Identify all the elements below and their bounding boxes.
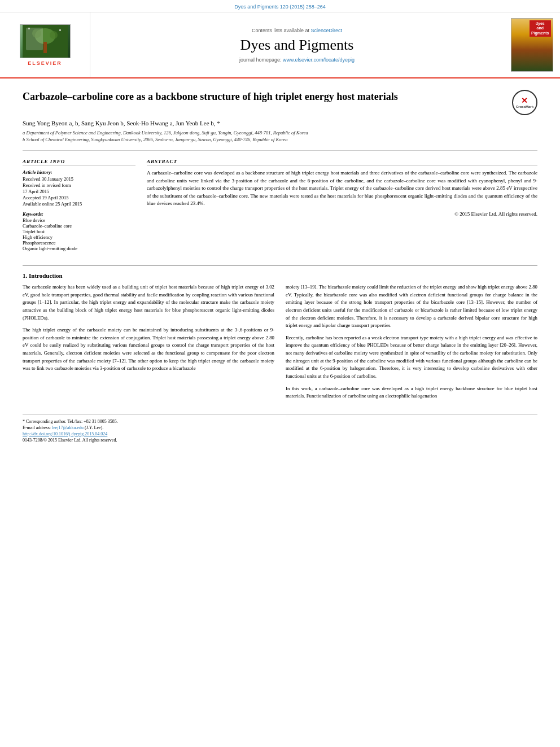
article-title-section: Carbazole–carboline core as a backbone s… [23,90,537,115]
footer-section: * Corresponding author. Tel./fax: +82 31… [23,414,537,443]
article-content: Carbazole–carboline core as a backbone s… [0,78,560,454]
abstract-section: ABSTRACT A carbazole–carboline core was … [147,159,537,256]
elsevier-logo-container: ELSEVIER [0,12,90,77]
intro-right-para-0: moiety [13–19]. The bicarbazole moiety c… [286,283,537,330]
article-info-section: ARTICLE INFO Article history: Received 3… [23,159,135,256]
svg-rect-5 [28,28,30,29]
keyword-1: Carbazole–carboline core [23,223,135,229]
crossmark-symbol: ✕ [516,97,533,105]
elsevier-logo: ELSEVIER [20,24,71,66]
journal-header-center: Contents lists available at ScienceDirec… [90,12,504,77]
keywords-label: Keywords: [23,211,135,217]
svg-point-4 [50,31,58,39]
email-footnote: E-mail address: leej17@akku.edu (J.Y. Le… [23,425,537,430]
email-link[interactable]: leej17@akku.edu [52,425,84,430]
svg-rect-6 [59,29,61,31]
abstract-copyright: © 2015 Elsevier Ltd. All rights reserved… [147,211,537,217]
intro-para-0: The carbazole moiety has been widely use… [23,283,274,322]
crossmark-badge[interactable]: ✕ CrossMark [512,90,537,115]
article-info-abstract-row: ARTICLE INFO Article history: Received 3… [23,159,537,256]
available-date: Available online 25 April 2015 [23,201,82,207]
email-label: E-mail address: [23,425,51,430]
elsevier-tree-svg [23,25,68,58]
keyword-3: High efficiency [23,234,135,240]
email-person: (J.Y. Lee). [85,425,103,430]
received-date: Received 30 January 2015 [23,176,73,182]
intro-left-col: The carbazole moiety has been widely use… [23,283,274,405]
abstract-heading: ABSTRACT [147,159,537,166]
crossmark-label: CrossMark [516,105,533,109]
intro-right-para-2: In this work, a carbazole–carboline core… [286,385,537,400]
affiliation-b: b School of Chemical Engineering, Sungky… [23,137,537,142]
issn-copyright: 0143-7208/© 2015 Elsevier Ltd. All right… [23,438,537,443]
article-title: Carbazole–carboline core as a backbone s… [23,90,512,104]
intro-right-col: moiety [13–19]. The bicarbazole moiety c… [286,283,537,405]
journal-thumbnail: dyesandPigments [511,18,553,72]
journal-homepage-link[interactable]: www.elsevier.com/locate/dyepig [283,57,355,63]
svg-rect-2 [43,42,47,53]
intro-para-1: The high triplet energy of the carbazole… [23,326,274,373]
journal-header-right: dyesandPigments [504,12,560,77]
keyword-5: Organic light-emitting diode [23,246,135,251]
accepted-date: Accepted 19 April 2015 [23,195,68,200]
journal-thumb-label: dyesandPigments [530,20,551,37]
contents-line: Contents lists available at ScienceDirec… [252,28,342,33]
doi-link[interactable]: http://dx.doi.org/10.1016/j.dyepig.2015.… [23,431,537,436]
history-label: Article history: [23,169,135,175]
intro-right-para-1: Recently, carboline has been reported as… [286,334,537,381]
elsevier-brand-text: ELSEVIER [28,60,62,66]
elsevier-logo-image [20,24,71,58]
introduction-section: 1. Introduction The carbazole moiety has… [23,265,537,405]
science-direct-link[interactable]: ScienceDirect [311,28,343,33]
keyword-2: Triplet host [23,229,135,234]
affiliation-a: a Department of Polymer Science and Engi… [23,130,537,136]
section-divider-1 [23,150,537,151]
journal-homepage: journal homepage: www.elsevier.com/locat… [239,57,355,63]
journal-reference: Dyes and Pigments 120 (2015) 258–264 [234,4,326,10]
article-info-heading: ARTICLE INFO [23,159,135,166]
keyword-4: Phosphorescence [23,240,135,246]
journal-header: ELSEVIER Contents lists available at Sci… [0,12,560,78]
top-bar: Dyes and Pigments 120 (2015) 258–264 [0,0,560,12]
abstract-text: A carbazole–carboline core was developed… [147,169,537,208]
article-history-subsection: Article history: Received 30 January 201… [23,169,135,207]
revised-date: Received in revised form17 April 2015 [23,182,71,194]
intro-two-col: The carbazole moiety has been widely use… [23,283,537,405]
journal-title-main: Dyes and Pigments [240,37,354,54]
section-title: 1. Introduction [23,272,537,279]
svg-point-3 [32,29,41,38]
authors-line: Sung Yong Byeon a, b, Sang Kyu Jeon b, S… [23,120,537,126]
corresponding-footnote: * Corresponding author. Tel./fax: +82 31… [23,419,537,424]
keywords-subsection: Keywords: Blue device Carbazole–carbolin… [23,211,135,251]
keyword-0: Blue device [23,217,135,223]
